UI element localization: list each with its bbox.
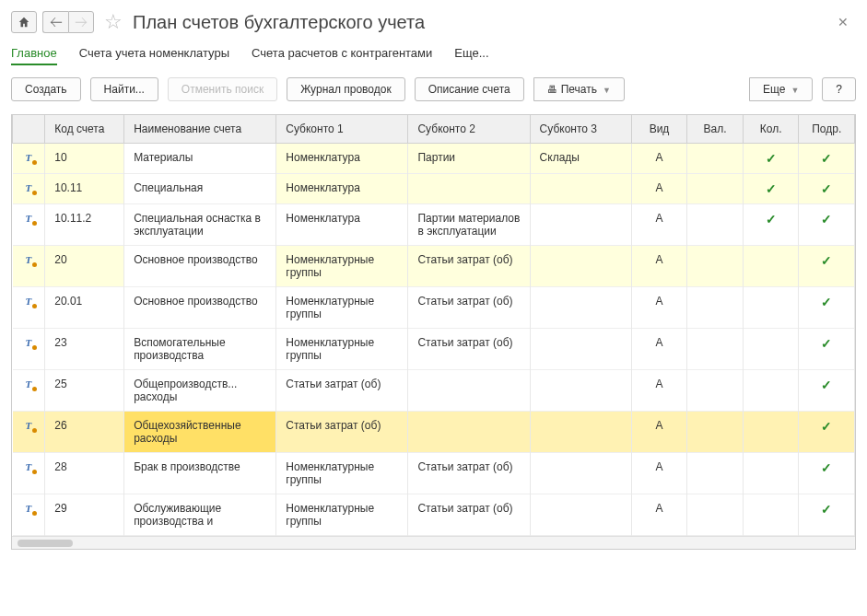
cell-dept: ✓ <box>799 174 855 204</box>
cell-sub1: Номенклатура <box>276 144 408 174</box>
table-row[interactable]: 29Обслуживающие производства иНоменклату… <box>13 494 855 536</box>
close-button[interactable]: ✕ <box>830 11 856 33</box>
chevron-down-icon: ▼ <box>791 86 799 95</box>
cell-dept: ✓ <box>799 494 855 536</box>
cell-qty: ✓ <box>743 144 799 174</box>
printer-icon: 🖶 <box>547 84 557 95</box>
table-row[interactable]: 28Брак в производствеНоменклатурные груп… <box>13 453 855 494</box>
table-row[interactable]: 20.01Основное производствоНоменклатурные… <box>13 287 855 329</box>
row-type-icon <box>13 287 45 329</box>
cell-val <box>687 246 744 287</box>
cell-sub1: Номенклатурные группы <box>276 453 408 494</box>
cell-sub3 <box>530 453 631 494</box>
cell-sub2 <box>408 370 530 412</box>
back-button[interactable]: 🡠 <box>42 11 68 33</box>
col-code[interactable]: Код счета <box>45 115 124 144</box>
table-row[interactable]: 23Вспомогательные производстваНоменклату… <box>13 329 855 370</box>
row-type-icon <box>13 329 45 370</box>
col-sub3[interactable]: Субконто 3 <box>530 115 631 144</box>
table-row[interactable]: 10.11СпециальнаяНоменклатураА✓✓ <box>13 174 855 204</box>
tab-0[interactable]: Главное <box>11 42 57 65</box>
favorite-icon[interactable]: ☆ <box>103 12 123 32</box>
tab-2[interactable]: Счета расчетов с контрагентами <box>252 42 432 65</box>
cell-dept: ✓ <box>799 412 855 453</box>
table-row[interactable]: 26Общехозяйственные расходыСтатьи затрат… <box>13 412 855 453</box>
cell-val <box>687 174 744 204</box>
cell-type: А <box>631 204 687 246</box>
cell-code: 25 <box>45 370 124 412</box>
tab-1[interactable]: Счета учета номенклатуры <box>79 42 229 65</box>
cell-sub2: Статьи затрат (об) <box>408 287 530 329</box>
cell-qty: ✓ <box>743 204 799 246</box>
row-type-icon <box>13 174 45 204</box>
cell-name: Материалы <box>124 144 276 174</box>
cell-sub3 <box>530 370 631 412</box>
horizontal-scrollbar[interactable] <box>12 536 855 549</box>
action-bar: Создать Найти... Отменить поиск Журнал п… <box>11 77 856 101</box>
cell-dept: ✓ <box>799 370 855 412</box>
cell-type: А <box>631 329 687 370</box>
top-toolbar: 🡠 🡢 ☆ План счетов бухгалтерского учета ✕ <box>11 11 856 33</box>
col-sub2[interactable]: Субконто 2 <box>408 115 530 144</box>
cell-qty <box>743 329 799 370</box>
row-type-icon <box>13 246 45 287</box>
cell-val <box>687 370 744 412</box>
find-button[interactable]: Найти... <box>90 77 158 101</box>
journal-button[interactable]: Журнал проводок <box>287 77 405 101</box>
row-type-icon <box>13 412 45 453</box>
cell-sub1: Номенклатурные группы <box>276 494 408 536</box>
tab-3[interactable]: Еще... <box>454 42 488 65</box>
cell-sub2: Статьи затрат (об) <box>408 329 530 370</box>
cell-name: Вспомогательные производства <box>124 329 276 370</box>
cell-code: 29 <box>45 494 124 536</box>
cell-qty <box>743 246 799 287</box>
cell-name: Специальная <box>124 174 276 204</box>
col-qty[interactable]: Кол. <box>743 115 799 144</box>
cell-type: А <box>631 144 687 174</box>
col-sub1[interactable]: Субконто 1 <box>276 115 408 144</box>
print-button[interactable]: 🖶Печать▼ <box>533 77 625 101</box>
cell-val <box>687 144 744 174</box>
cell-sub1: Номенклатура <box>276 174 408 204</box>
cell-sub2: Статьи затрат (об) <box>408 246 530 287</box>
cancel-search-button: Отменить поиск <box>168 77 277 101</box>
cell-name: Общепроизводств... расходы <box>124 370 276 412</box>
cell-sub2 <box>408 174 530 204</box>
home-button[interactable] <box>11 11 37 33</box>
table-row[interactable]: 10.11.2Специальная оснастка в эксплуатац… <box>13 204 855 246</box>
description-button[interactable]: Описание счета <box>415 77 524 101</box>
cell-sub2: Партии материалов в эксплуатации <box>408 204 530 246</box>
col-icon[interactable] <box>13 115 45 144</box>
more-button[interactable]: Еще▼ <box>749 77 813 101</box>
row-type-icon <box>13 370 45 412</box>
cell-code: 23 <box>45 329 124 370</box>
scrollbar-thumb[interactable] <box>18 540 73 547</box>
col-name[interactable]: Наименование счета <box>124 115 276 144</box>
cell-type: А <box>631 412 687 453</box>
col-val[interactable]: Вал. <box>687 115 744 144</box>
cell-name: Основное производство <box>124 287 276 329</box>
cell-code: 26 <box>45 412 124 453</box>
table-row[interactable]: 25Общепроизводств... расходыСтатьи затра… <box>13 370 855 412</box>
create-button[interactable]: Создать <box>11 77 81 101</box>
col-dept[interactable]: Подр. <box>799 115 855 144</box>
tabs-bar: ГлавноеСчета учета номенклатурыСчета рас… <box>11 42 856 66</box>
accounts-table-wrap: Код счета Наименование счета Субконто 1 … <box>11 114 856 550</box>
help-button[interactable]: ? <box>822 77 856 101</box>
table-row[interactable]: 10МатериалыНоменклатураПартииСкладыА✓✓ <box>13 144 855 174</box>
table-row[interactable]: 20Основное производствоНоменклатурные гр… <box>13 246 855 287</box>
cell-type: А <box>631 287 687 329</box>
cell-val <box>687 204 744 246</box>
col-type[interactable]: Вид <box>631 115 687 144</box>
cell-name: Брак в производстве <box>124 453 276 494</box>
cell-sub3: Склады <box>530 144 631 174</box>
cell-dept: ✓ <box>799 329 855 370</box>
accounts-table: Код счета Наименование счета Субконто 1 … <box>12 115 855 536</box>
cell-sub1: Номенклатурные группы <box>276 329 408 370</box>
cell-name: Основное производство <box>124 246 276 287</box>
cell-dept: ✓ <box>799 287 855 329</box>
forward-button[interactable]: 🡢 <box>68 11 94 33</box>
cell-type: А <box>631 453 687 494</box>
cell-val <box>687 287 744 329</box>
cell-sub1: Номенклатурные группы <box>276 246 408 287</box>
